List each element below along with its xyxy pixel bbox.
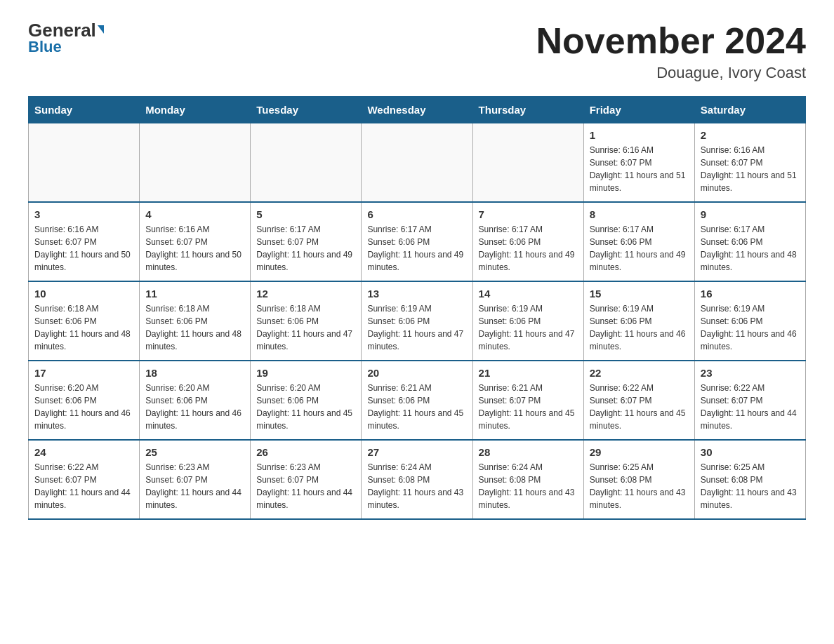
logo: General Blue <box>28 21 104 56</box>
day-number: 19 <box>256 367 355 379</box>
day-number: 2 <box>701 129 800 141</box>
day-number: 29 <box>590 446 689 458</box>
calendar-cell-w3-d5: 14Sunrise: 6:19 AMSunset: 6:06 PMDayligh… <box>472 281 583 361</box>
day-number: 5 <box>256 208 355 220</box>
calendar-cell-w1-d6: 1Sunrise: 6:16 AMSunset: 6:07 PMDaylight… <box>583 123 694 203</box>
calendar-cell-w5-d3: 26Sunrise: 6:23 AMSunset: 6:07 PMDayligh… <box>251 440 362 519</box>
calendar-header-row: Sunday Monday Tuesday Wednesday Thursday… <box>29 97 806 123</box>
calendar-cell-w3-d1: 10Sunrise: 6:18 AMSunset: 6:06 PMDayligh… <box>29 281 140 361</box>
day-info: Sunrise: 6:19 AMSunset: 6:06 PMDaylight:… <box>479 302 578 353</box>
day-info: Sunrise: 6:16 AMSunset: 6:07 PMDaylight:… <box>701 144 800 194</box>
day-info: Sunrise: 6:20 AMSunset: 6:06 PMDaylight:… <box>34 382 133 432</box>
calendar-week-5: 24Sunrise: 6:22 AMSunset: 6:07 PMDayligh… <box>29 440 806 519</box>
calendar-cell-w4-d5: 21Sunrise: 6:21 AMSunset: 6:07 PMDayligh… <box>472 361 583 440</box>
calendar-cell-w4-d6: 22Sunrise: 6:22 AMSunset: 6:07 PMDayligh… <box>583 361 694 440</box>
calendar-table: Sunday Monday Tuesday Wednesday Thursday… <box>28 96 806 520</box>
day-info: Sunrise: 6:18 AMSunset: 6:06 PMDaylight:… <box>34 302 133 353</box>
col-saturday: Saturday <box>694 97 805 123</box>
day-number: 28 <box>479 446 578 458</box>
calendar-week-3: 10Sunrise: 6:18 AMSunset: 6:06 PMDayligh… <box>29 281 806 361</box>
calendar-cell-w3-d3: 12Sunrise: 6:18 AMSunset: 6:06 PMDayligh… <box>251 281 362 361</box>
col-wednesday: Wednesday <box>362 97 472 123</box>
day-number: 26 <box>256 446 355 458</box>
day-number: 17 <box>34 367 133 379</box>
day-info: Sunrise: 6:17 AMSunset: 6:06 PMDaylight:… <box>590 223 689 274</box>
calendar-cell-w4-d7: 23Sunrise: 6:22 AMSunset: 6:07 PMDayligh… <box>694 361 805 440</box>
calendar-cell-w2-d5: 7Sunrise: 6:17 AMSunset: 6:06 PMDaylight… <box>472 202 583 281</box>
col-thursday: Thursday <box>472 97 583 123</box>
calendar-title: November 2024 <box>536 21 806 61</box>
calendar-cell-w3-d6: 15Sunrise: 6:19 AMSunset: 6:06 PMDayligh… <box>583 281 694 361</box>
col-monday: Monday <box>140 97 251 123</box>
day-info: Sunrise: 6:16 AMSunset: 6:07 PMDaylight:… <box>145 223 244 274</box>
day-info: Sunrise: 6:22 AMSunset: 6:07 PMDaylight:… <box>34 461 133 511</box>
title-block: November 2024 Douague, Ivory Coast <box>536 21 806 82</box>
calendar-cell-w3-d4: 13Sunrise: 6:19 AMSunset: 6:06 PMDayligh… <box>362 281 472 361</box>
calendar-cell-w2-d2: 4Sunrise: 6:16 AMSunset: 6:07 PMDaylight… <box>140 202 251 281</box>
day-number: 3 <box>34 208 133 220</box>
day-info: Sunrise: 6:19 AMSunset: 6:06 PMDaylight:… <box>367 302 466 353</box>
calendar-cell-w5-d5: 28Sunrise: 6:24 AMSunset: 6:08 PMDayligh… <box>472 440 583 519</box>
day-number: 21 <box>479 367 578 379</box>
calendar-cell-w5-d1: 24Sunrise: 6:22 AMSunset: 6:07 PMDayligh… <box>29 440 140 519</box>
calendar-cell-w4-d3: 19Sunrise: 6:20 AMSunset: 6:06 PMDayligh… <box>251 361 362 440</box>
day-info: Sunrise: 6:17 AMSunset: 6:06 PMDaylight:… <box>367 223 466 274</box>
calendar-cell-w4-d1: 17Sunrise: 6:20 AMSunset: 6:06 PMDayligh… <box>29 361 140 440</box>
day-info: Sunrise: 6:16 AMSunset: 6:07 PMDaylight:… <box>34 223 133 274</box>
day-number: 18 <box>145 367 244 379</box>
calendar-cell-w4-d2: 18Sunrise: 6:20 AMSunset: 6:06 PMDayligh… <box>140 361 251 440</box>
calendar-cell-w1-d4 <box>362 123 472 203</box>
calendar-cell-w1-d3 <box>251 123 362 203</box>
day-info: Sunrise: 6:25 AMSunset: 6:08 PMDaylight:… <box>701 461 800 511</box>
day-info: Sunrise: 6:17 AMSunset: 6:06 PMDaylight:… <box>479 223 578 274</box>
day-info: Sunrise: 6:21 AMSunset: 6:06 PMDaylight:… <box>367 382 466 432</box>
calendar-cell-w5-d4: 27Sunrise: 6:24 AMSunset: 6:08 PMDayligh… <box>362 440 472 519</box>
day-number: 24 <box>34 446 133 458</box>
day-info: Sunrise: 6:23 AMSunset: 6:07 PMDaylight:… <box>145 461 244 511</box>
day-info: Sunrise: 6:21 AMSunset: 6:07 PMDaylight:… <box>479 382 578 432</box>
calendar-week-1: 1Sunrise: 6:16 AMSunset: 6:07 PMDaylight… <box>29 123 806 203</box>
calendar-cell-w1-d1 <box>29 123 140 203</box>
calendar-cell-w2-d7: 9Sunrise: 6:17 AMSunset: 6:06 PMDaylight… <box>694 202 805 281</box>
day-number: 16 <box>701 288 800 300</box>
calendar-cell-w2-d1: 3Sunrise: 6:16 AMSunset: 6:07 PMDaylight… <box>29 202 140 281</box>
calendar-cell-w1-d2 <box>140 123 251 203</box>
day-number: 1 <box>590 129 689 141</box>
calendar-cell-w5-d2: 25Sunrise: 6:23 AMSunset: 6:07 PMDayligh… <box>140 440 251 519</box>
calendar-cell-w2-d3: 5Sunrise: 6:17 AMSunset: 6:07 PMDaylight… <box>251 202 362 281</box>
day-number: 10 <box>34 288 133 300</box>
day-number: 25 <box>145 446 244 458</box>
day-number: 13 <box>367 288 466 300</box>
col-friday: Friday <box>583 97 694 123</box>
day-number: 27 <box>367 446 466 458</box>
calendar-cell-w5-d6: 29Sunrise: 6:25 AMSunset: 6:08 PMDayligh… <box>583 440 694 519</box>
calendar-cell-w3-d7: 16Sunrise: 6:19 AMSunset: 6:06 PMDayligh… <box>694 281 805 361</box>
day-info: Sunrise: 6:24 AMSunset: 6:08 PMDaylight:… <box>367 461 466 511</box>
day-number: 7 <box>479 208 578 220</box>
day-number: 30 <box>701 446 800 458</box>
day-info: Sunrise: 6:18 AMSunset: 6:06 PMDaylight:… <box>145 302 244 353</box>
calendar-cell-w4-d4: 20Sunrise: 6:21 AMSunset: 6:06 PMDayligh… <box>362 361 472 440</box>
calendar-week-4: 17Sunrise: 6:20 AMSunset: 6:06 PMDayligh… <box>29 361 806 440</box>
day-number: 6 <box>367 208 466 220</box>
day-number: 20 <box>367 367 466 379</box>
day-info: Sunrise: 6:22 AMSunset: 6:07 PMDaylight:… <box>701 382 800 432</box>
day-info: Sunrise: 6:25 AMSunset: 6:08 PMDaylight:… <box>590 461 689 511</box>
day-number: 8 <box>590 208 689 220</box>
day-info: Sunrise: 6:20 AMSunset: 6:06 PMDaylight:… <box>256 382 355 432</box>
logo-blue-text: Blue <box>28 38 62 56</box>
day-number: 14 <box>479 288 578 300</box>
calendar-cell-w2-d6: 8Sunrise: 6:17 AMSunset: 6:06 PMDaylight… <box>583 202 694 281</box>
day-info: Sunrise: 6:19 AMSunset: 6:06 PMDaylight:… <box>590 302 689 353</box>
day-number: 23 <box>701 367 800 379</box>
logo-general-text: General <box>28 21 104 39</box>
day-info: Sunrise: 6:18 AMSunset: 6:06 PMDaylight:… <box>256 302 355 353</box>
col-sunday: Sunday <box>29 97 140 123</box>
day-info: Sunrise: 6:22 AMSunset: 6:07 PMDaylight:… <box>590 382 689 432</box>
day-info: Sunrise: 6:23 AMSunset: 6:07 PMDaylight:… <box>256 461 355 511</box>
day-info: Sunrise: 6:17 AMSunset: 6:06 PMDaylight:… <box>701 223 800 274</box>
calendar-week-2: 3Sunrise: 6:16 AMSunset: 6:07 PMDaylight… <box>29 202 806 281</box>
day-number: 12 <box>256 288 355 300</box>
day-number: 4 <box>145 208 244 220</box>
calendar-subtitle: Douague, Ivory Coast <box>536 64 806 82</box>
